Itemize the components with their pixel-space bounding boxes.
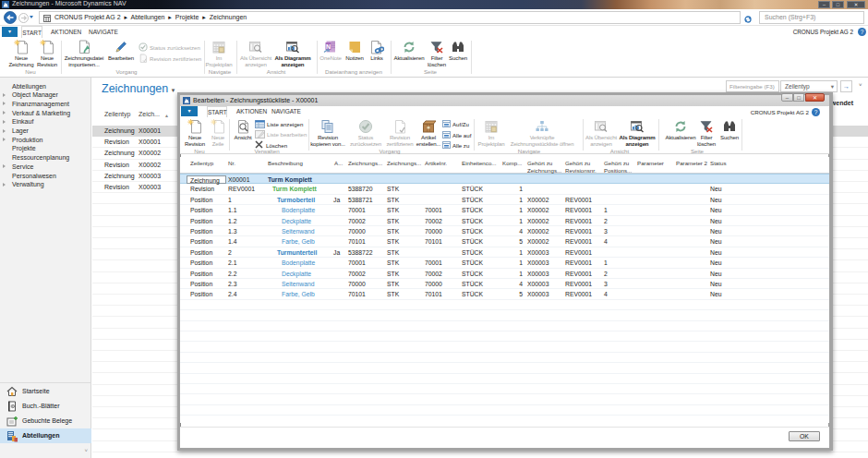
svg-text:?: ? xyxy=(814,109,818,115)
svg-text:?: ? xyxy=(861,29,864,35)
